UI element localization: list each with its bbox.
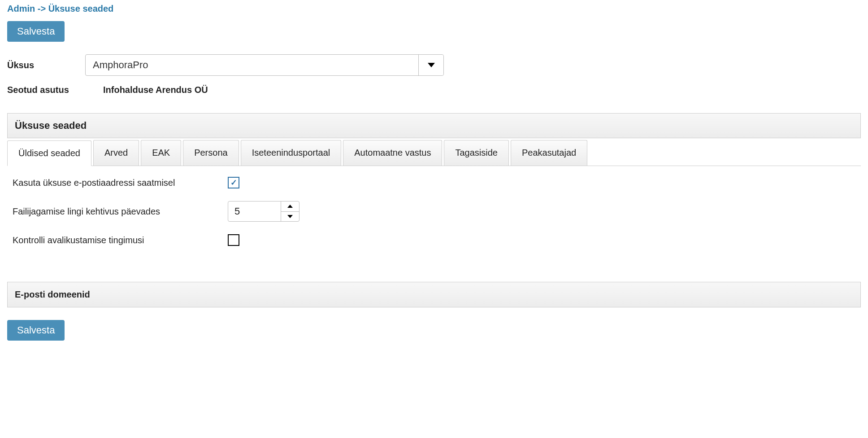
check-icon: ✓ — [230, 179, 237, 187]
tab-autoreply[interactable]: Automaatne vastus — [343, 140, 442, 166]
setting-use-unit-email: Kasuta üksuse e-postiaadressi saatmisel … — [13, 177, 855, 188]
tab-invoices[interactable]: Arved — [93, 140, 139, 166]
settings-body: Kasuta üksuse e-postiaadressi saatmisel … — [7, 166, 861, 264]
unit-dropdown-toggle[interactable] — [418, 55, 443, 75]
unit-dropdown[interactable]: AmphoraPro — [85, 54, 444, 76]
use-unit-email-label: Kasuta üksuse e-postiaadressi saatmisel — [13, 178, 228, 188]
linked-org-label: Seotud asutus — [7, 85, 92, 95]
linked-org-value: Infohalduse Arendus OÜ — [103, 85, 208, 95]
use-unit-email-checkbox[interactable]: ✓ — [228, 177, 239, 188]
setting-check-publication: Kontrolli avalikustamise tingimusi — [13, 234, 855, 246]
check-publication-checkbox[interactable] — [228, 234, 239, 246]
file-share-validity-value[interactable]: 5 — [228, 201, 281, 221]
tab-general[interactable]: Üldised seaded — [7, 140, 91, 166]
spinner-up-button[interactable] — [281, 201, 299, 212]
chevron-up-icon — [287, 205, 293, 208]
chevron-down-icon — [428, 63, 435, 67]
file-share-validity-label: Failijagamise lingi kehtivus päevades — [13, 206, 228, 217]
tab-mainusers[interactable]: Peakasutajad — [511, 140, 587, 166]
tab-persona[interactable]: Persona — [183, 140, 239, 166]
breadcrumb: Admin -> Üksuse seaded — [7, 4, 861, 14]
save-button-top[interactable]: Salvesta — [7, 21, 65, 42]
tab-selfservice[interactable]: Iseteenindusportaal — [241, 140, 342, 166]
linked-org-row: Seotud asutus Infohalduse Arendus OÜ — [7, 85, 861, 95]
tab-eak[interactable]: EAK — [141, 140, 181, 166]
chevron-down-icon — [287, 215, 293, 218]
spinner-buttons — [281, 201, 299, 221]
unit-label: Üksus — [7, 60, 74, 70]
check-publication-label: Kontrolli avalikustamise tingimusi — [13, 235, 228, 245]
unit-dropdown-value: AmphoraPro — [86, 55, 418, 75]
unit-row: Üksus AmphoraPro — [7, 54, 861, 76]
panel-header: Üksuse seaded — [7, 113, 861, 138]
setting-file-share-validity: Failijagamise lingi kehtivus päevades 5 — [13, 201, 855, 222]
save-button-bottom[interactable]: Salvesta — [7, 320, 65, 341]
tabs: Üldised seaded Arved EAK Persona Iseteen… — [7, 138, 861, 166]
file-share-validity-spinner[interactable]: 5 — [228, 201, 299, 222]
tab-feedback[interactable]: Tagasiside — [444, 140, 509, 166]
spinner-down-button[interactable] — [281, 212, 299, 222]
email-domains-header: E-posti domeenid — [7, 282, 861, 307]
